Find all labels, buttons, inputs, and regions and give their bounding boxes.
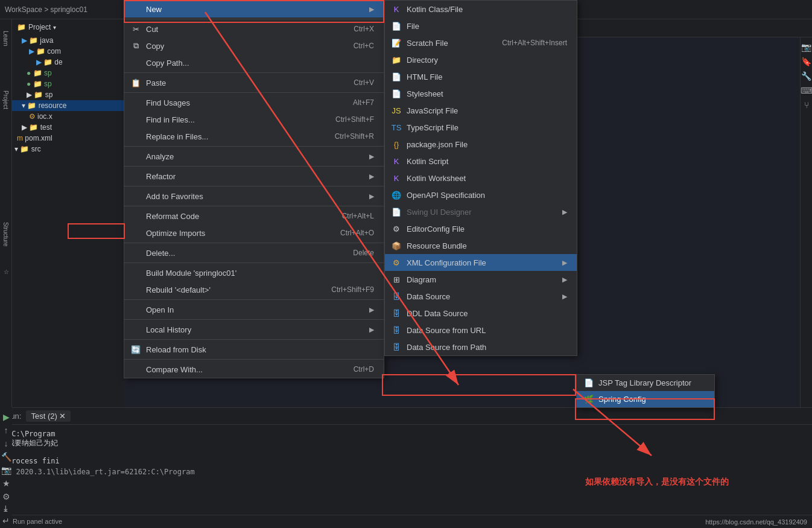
new-submenu-html[interactable]: 📄 HTML File <box>385 68 577 85</box>
menu-copy-label: Copy <box>146 42 164 51</box>
new-submenu-data-source-path[interactable]: 🗄 Data Source from Path <box>385 339 577 355</box>
new-submenu-typescript[interactable]: TS TypeScript File <box>385 119 577 136</box>
rebuild-shortcut: Ctrl+Shift+F9 <box>331 285 374 294</box>
new-submenu-resource-bundle[interactable]: 📦 Resource Bundle <box>385 237 577 254</box>
new-submenu-openapi[interactable]: 🌐 OpenAPI Specification <box>385 186 577 203</box>
submenu2-spring-config[interactable]: 🌿 Spring Config <box>577 391 714 407</box>
menu-item-refactor[interactable]: Refactor ▶ <box>124 168 384 185</box>
new-submenu-kotlin-class[interactable]: K Kotlin Class/File <box>385 1 577 17</box>
js-icon: JS <box>391 105 402 116</box>
menu-item-analyze[interactable]: Analyze ▶ <box>124 148 384 165</box>
menu-item-rebuild[interactable]: Rebuild '<default>' Ctrl+Shift+F9 <box>124 281 384 298</box>
find-usages-shortcut: Alt+F7 <box>353 98 374 107</box>
menu-open-in-label: Open In <box>146 305 174 314</box>
menu-add-favorites-label: Add to Favorites <box>146 192 203 201</box>
css-icon: 📄 <box>391 88 402 99</box>
menu-cut-label: Cut <box>146 25 158 34</box>
find-files-shortcut: Ctrl+Shift+F <box>335 115 374 124</box>
menu-reload-label: Reload from Disk <box>146 345 206 354</box>
resource-bundle-label: Resource Bundle <box>407 241 467 250</box>
new-submenu-ddl[interactable]: 🗄 DDL Data Source <box>385 305 577 322</box>
compare-shortcut: Ctrl+D <box>354 365 374 374</box>
openapi-icon: 🌐 <box>391 189 402 200</box>
find-usages-icon <box>130 97 141 108</box>
new-submenu-directory[interactable]: 📁 Directory <box>385 51 577 68</box>
menu-item-reformat[interactable]: Reformat Code Ctrl+Alt+L <box>124 208 384 224</box>
new-submenu-kotlin-script[interactable]: K Kotlin Script <box>385 153 577 170</box>
reformat-shortcut: Ctrl+Alt+L <box>342 212 374 220</box>
new-submenu-stylesheet[interactable]: 📄 Stylesheet <box>385 85 577 102</box>
cut-shortcut: Ctrl+X <box>354 25 374 33</box>
data-source-arrow: ▶ <box>562 293 567 301</box>
menu-item-find-usages[interactable]: Find Usages Alt+F7 <box>124 94 384 111</box>
editorconfig-icon: ⚙ <box>391 223 402 234</box>
compare-icon <box>130 364 141 375</box>
ds-url-label: Data Source from URL <box>407 326 486 335</box>
new-submenu-scratch[interactable]: 📝 Scratch File Ctrl+Alt+Shift+Insert <box>385 34 577 51</box>
add-favorites-arrow: ▶ <box>369 192 374 200</box>
sep1 <box>124 19 384 19</box>
xml-config-label: XML Configuration File <box>407 258 486 267</box>
directory-label: Directory <box>407 56 438 65</box>
spring-config-icon: 🌿 <box>584 395 594 404</box>
stylesheet-label: Stylesheet <box>407 89 443 98</box>
menu-item-new[interactable]: New ▶ <box>124 1 384 17</box>
menu-item-find-files[interactable]: Find in Files... Ctrl+Shift+F <box>124 111 384 128</box>
menu-find-files-label: Find in Files... <box>146 115 195 124</box>
new-submenu-editorconfig[interactable]: ⚙ EditorConfig File <box>385 220 577 237</box>
menu-item-reload[interactable]: 🔄 Reload from Disk <box>124 341 384 358</box>
scratch-label: Scratch File <box>407 39 448 48</box>
sep10 <box>124 299 384 300</box>
javascript-label: JavaScript File <box>407 106 458 115</box>
menu-reformat-label: Reformat Code <box>146 212 199 221</box>
xml-config-icon: ⚙ <box>391 257 402 268</box>
new-submenu-kotlin-worksheet[interactable]: K Kotlin Worksheet <box>385 170 577 186</box>
refactor-icon <box>130 171 141 182</box>
menu-compare-label: Compare With... <box>146 365 203 374</box>
menu-item-build-module[interactable]: Build Module 'springloc01' <box>124 264 384 281</box>
swing-icon: 📄 <box>391 206 402 217</box>
html-label: HTML File <box>407 72 442 81</box>
sep7 <box>124 206 384 206</box>
menu-item-cut[interactable]: ✂ Cut Ctrl+X <box>124 21 384 37</box>
copy-path-icon <box>130 57 141 68</box>
xml-config-submenu: 📄 JSP Tag Library Descriptor 🌿 Spring Co… <box>576 374 715 408</box>
kotlin-class-icon: K <box>391 4 402 14</box>
ddl-icon: 🗄 <box>391 308 402 319</box>
new-submenu-javascript[interactable]: JS JavaScript File <box>385 102 577 119</box>
new-submenu-data-source-url[interactable]: 🗄 Data Source from URL <box>385 322 577 339</box>
replace-files-shortcut: Ctrl+Shift+R <box>335 132 374 141</box>
spring-config-label: Spring Config <box>598 395 646 404</box>
new-submenu-xml-config[interactable]: ⚙ XML Configuration File ▶ <box>385 254 577 271</box>
ds-url-icon: 🗄 <box>391 325 402 336</box>
context-menu: New ▶ ✂ Cut Ctrl+X ⧉ Copy Ctrl+C Copy Pa… <box>124 0 384 378</box>
ddl-label: DDL Data Source <box>407 309 468 318</box>
menu-item-compare[interactable]: Compare With... Ctrl+D <box>124 361 384 378</box>
menu-item-local-history[interactable]: Local History ▶ <box>124 321 384 338</box>
diagram-arrow: ▶ <box>562 276 567 284</box>
menu-item-copy-path[interactable]: Copy Path... <box>124 54 384 71</box>
menu-item-optimize[interactable]: Optimize Imports Ctrl+Alt+O <box>124 224 384 241</box>
analyze-icon <box>130 151 141 162</box>
sep11 <box>124 319 384 320</box>
editorconfig-label: EditorConfig File <box>407 224 465 234</box>
file-label: File <box>407 22 419 31</box>
menu-item-delete[interactable]: Delete... Delete <box>124 244 384 261</box>
new-submenu-diagram[interactable]: ⊞ Diagram ▶ <box>385 271 577 288</box>
menu-item-open-in[interactable]: Open In ▶ <box>124 301 384 318</box>
menu-item-copy[interactable]: ⧉ Copy Ctrl+C <box>124 37 384 54</box>
menu-item-paste[interactable]: 📋 Paste Ctrl+V <box>124 74 384 91</box>
new-submenu-file[interactable]: 📄 File <box>385 17 577 34</box>
add-favorites-icon <box>130 191 141 202</box>
optimize-icon <box>130 227 141 238</box>
submenu2-jsp-tag[interactable]: 📄 JSP Tag Library Descriptor <box>577 375 714 391</box>
sep8 <box>124 243 384 243</box>
new-submenu-package-json[interactable]: {} package.json File <box>385 136 577 153</box>
sep4 <box>124 146 384 147</box>
menu-item-replace-files[interactable]: Replace in Files... Ctrl+Shift+R <box>124 128 384 145</box>
menu-item-add-favorites[interactable]: Add to Favorites ▶ <box>124 188 384 205</box>
new-submenu-swing: 📄 Swing UI Designer ▶ <box>385 203 577 220</box>
menu-find-usages-label: Find Usages <box>146 98 190 107</box>
new-submenu-data-source[interactable]: 🗄 Data Source ▶ <box>385 288 577 305</box>
reload-icon: 🔄 <box>130 344 141 355</box>
